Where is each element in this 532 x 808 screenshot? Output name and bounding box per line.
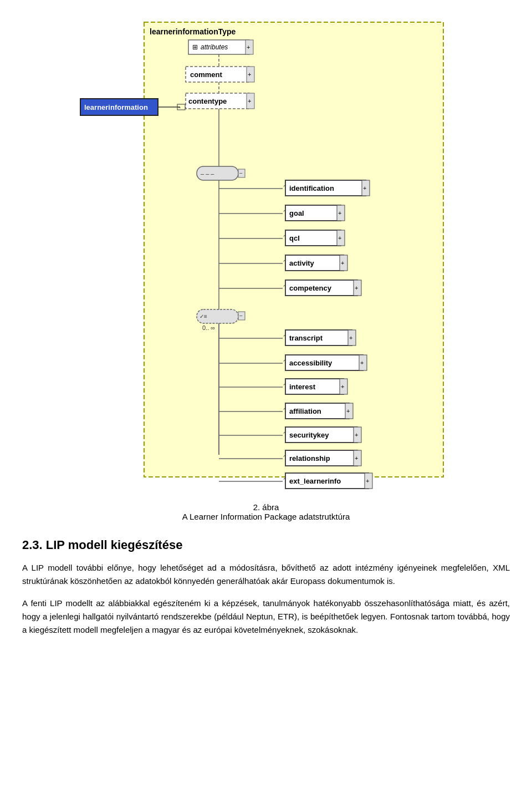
svg-text:contentype: contentype [188,97,227,105]
svg-text:+: + [366,477,369,484]
svg-text:+: + [355,455,358,461]
svg-text:+: + [248,71,251,78]
paragraph-2: A fenti LIP modellt az alábbiakkal egész… [22,597,510,637]
svg-text:−: − [239,170,243,176]
svg-text:+: + [360,359,364,366]
svg-text:+: + [338,235,341,241]
page-container: learnerinformationType ⊞ attributes + co… [0,0,532,657]
svg-text:ext_learnerinfo: ext_learnerinfo [289,477,341,485]
svg-text:✓≡: ✓≡ [200,313,207,319]
svg-text:+: + [338,210,341,216]
svg-text:−: − [239,313,243,319]
svg-text:relationship: relationship [289,454,330,463]
paragraph-1: A LIP modell további előnye, hogy lehető… [22,561,510,588]
svg-text:+: + [248,98,251,104]
diagram-svg: learnerinformationType ⊞ attributes + co… [78,17,454,494]
svg-text:+: + [341,383,344,390]
section-heading: 2.3. LIP modell kiegészítése [22,538,510,552]
svg-text:accessibility: accessibility [289,359,332,367]
svg-text:⊞: ⊞ [192,43,198,51]
svg-text:affiliation: affiliation [289,407,321,415]
caption-line1: 2. ábra [22,502,510,512]
svg-text:competency: competency [289,284,332,292]
svg-text:+: + [355,431,358,438]
svg-text:goal: goal [289,209,304,217]
learnerinformationType-label: learnerinformationType [150,27,236,36]
section-number: 2.3. [22,538,46,552]
svg-text:activity: activity [289,259,315,267]
svg-text:– – –: – – – [201,170,214,177]
svg-text:+: + [363,185,366,191]
svg-text:qcl: qcl [289,234,300,242]
svg-text:+: + [349,334,352,341]
diagram-caption: 2. ábra A Learner Information Package ad… [22,502,510,521]
svg-text:interest: interest [289,383,316,391]
svg-text:identification: identification [289,184,334,192]
diagram-container: learnerinformationType ⊞ attributes + co… [22,17,510,494]
svg-text:+: + [346,408,350,414]
svg-text:+: + [247,44,250,50]
caption-line2: A Learner Information Package adatstrutk… [22,512,510,521]
svg-text:+: + [341,260,344,266]
svg-text:−: − [178,105,181,110]
svg-text:transcript: transcript [289,334,323,342]
svg-text:comment: comment [190,70,222,79]
svg-text:attributes: attributes [201,43,228,51]
section-title: LIP modell kiegészítése [46,538,183,552]
svg-text:0.. ∞: 0.. ∞ [202,324,215,331]
svg-text:securitykey: securitykey [289,431,329,439]
svg-text:learnerinformation: learnerinformation [84,103,148,111]
diagram-svg-wrapper: learnerinformationType ⊞ attributes + co… [78,17,454,494]
svg-text:+: + [355,284,358,291]
